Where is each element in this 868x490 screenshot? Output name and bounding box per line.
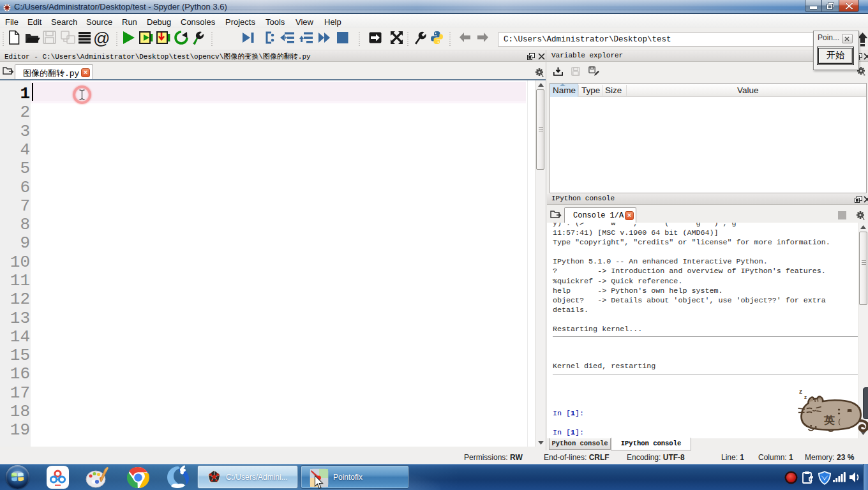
svg-text:z: z: [804, 394, 807, 400]
svg-text:英: 英: [823, 415, 835, 426]
svg-text:z: z: [799, 388, 802, 395]
